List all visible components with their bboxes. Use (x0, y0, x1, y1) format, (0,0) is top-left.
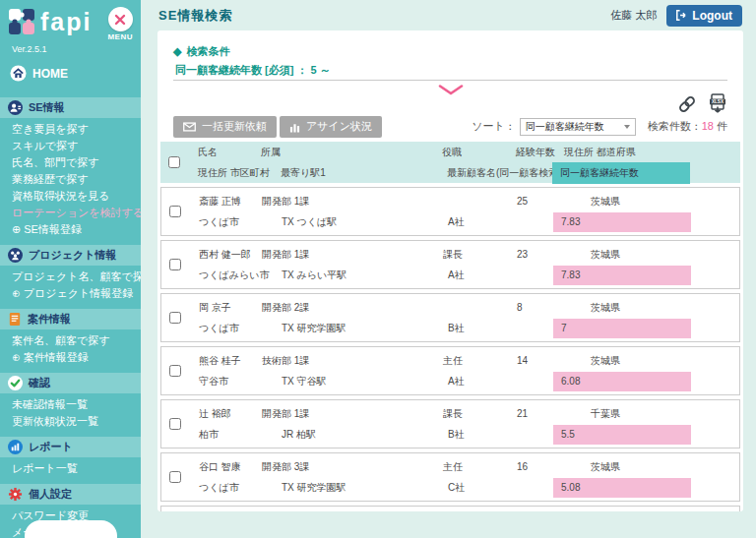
menu-label: MENU (107, 32, 133, 41)
header-city: 現住所 市区町村 (194, 166, 277, 180)
row-years: 23 (513, 249, 587, 260)
app-window: fapi MENU Ver.2.5.1 HOME SE情報空き要員を探すスキルで… (0, 0, 756, 538)
row-checkbox[interactable] (169, 365, 181, 377)
table-row[interactable]: 辻 裕郎開発部 1課課長21千葉県柏市JR 柏駅B社5.5 (160, 399, 740, 448)
sidebar-item[interactable]: 更新依頼状況一覧 (0, 413, 141, 430)
table-row[interactable]: 谷口 智康開発部 3課主任16茨城県つくば市TX 研究学園駅C社5.08 (160, 452, 740, 502)
header-dept: 所属 (257, 146, 438, 159)
sidebar-item[interactable]: ⊕ SE情報登録 (0, 221, 141, 238)
sidebar-section-case-info[interactable]: 案件情報 (0, 309, 141, 329)
sidebar-item[interactable]: 空き要員を探す (0, 121, 141, 138)
caret-down-icon (624, 125, 630, 129)
table-row[interactable]: 斎藤 正博開発部 1課25茨城県つくば市TX つくば駅A社7.83 (160, 187, 740, 236)
row-role: 課長 (439, 248, 513, 262)
sidebar-section-label: 個人設定 (29, 487, 72, 502)
table-row[interactable]: 熊谷 桂子技術部 1課主任14茨城県守谷市TX 守谷駅A社6.08 (160, 346, 740, 395)
sidebar-item[interactable]: ⊕ 案件情報登録 (0, 349, 141, 366)
sidebar-section-report[interactable]: レポート (0, 437, 141, 457)
circle-plus-icon: ⊕ (12, 351, 24, 363)
bulk-update-button[interactable]: 一括更新依頼 (173, 116, 277, 138)
row-role: 主任 (439, 460, 513, 474)
table-row[interactable]: 島田 和貴技術部 1課20茨城県 (160, 506, 740, 511)
result-count-unit: 件 (717, 120, 727, 132)
logout-label: Logout (692, 9, 732, 23)
table-body: 斎藤 正博開発部 1課25茨城県つくば市TX つくば駅A社7.83西村 健一郎開… (160, 187, 740, 511)
sidebar-item[interactable]: 業務経歴で探す (0, 171, 141, 188)
envelope-icon (183, 122, 196, 132)
sidebar-item[interactable]: 氏名、部門で探す (0, 154, 141, 171)
header-cont-years: 同一顧客継続年数 (552, 162, 690, 184)
sidebar-item[interactable]: ローテーションを検討する (0, 205, 141, 221)
row-pref: 茨城県 (587, 460, 739, 474)
row-checkbox[interactable] (169, 418, 181, 430)
toolbar: 一括更新依頼 アサイン状況 ソート： 同一顧客継続年数 検索件数：18 件 (173, 115, 727, 138)
sidebar-bottom-button[interactable] (25, 520, 117, 538)
assign-status-button[interactable]: アサイン状況 (280, 116, 382, 138)
row-checkbox[interactable] (169, 259, 181, 270)
content-panel: ◆ 検索条件 同一顧客継続年数 [必須] ： 5 ～ XLSX (158, 30, 743, 511)
header-client: 最新顧客名(同一顧客検索用) (443, 166, 552, 180)
row-name: 岡 京子 (195, 301, 258, 315)
sidebar-item[interactable]: 未確認情報一覧 (0, 396, 141, 413)
sidebar-section-confirm[interactable]: 確認 (0, 373, 141, 393)
table-row[interactable]: 西村 健一郎開発部 1課課長23茨城県つくばみらい市TX みらい平駅A社7.83 (160, 240, 740, 289)
circle-plus-icon: ⊕ (12, 287, 24, 299)
row-checkbox[interactable] (169, 471, 181, 483)
row-client: A社 (444, 375, 553, 389)
check-icon (8, 376, 23, 390)
row-dept: 開発部 2課 (258, 301, 439, 315)
logout-button[interactable]: Logout (666, 5, 742, 27)
row-checkbox[interactable] (169, 312, 181, 324)
sidebar-item[interactable]: プロジェクト名、顧客で探す (0, 269, 141, 285)
sidebar-section-project-info[interactable]: プロジェクト情報 (0, 245, 141, 266)
sidebar-item[interactable]: ⊕ プロジェクト情報登録 (0, 285, 141, 302)
bulk-update-label: 一括更新依頼 (202, 119, 267, 134)
app-logo[interactable]: fapi (8, 7, 92, 36)
row-dept: 開発部 3課 (258, 460, 439, 474)
chart-icon (8, 440, 23, 454)
header-pref: 現住所 都道府県 (560, 146, 740, 159)
search-conditions-heading: ◆ 検索条件 (173, 44, 727, 58)
table-row[interactable]: 岡 京子開発部 2課8茨城県つくば市TX 研究学園駅B社7 (160, 293, 740, 342)
row-checkbox[interactable] (169, 206, 181, 217)
row-station: TX つくば駅 (278, 215, 444, 229)
row-name: 谷口 智康 (195, 460, 258, 474)
header-name: 氏名 (194, 146, 257, 159)
row-client: C社 (444, 481, 553, 495)
row-name: 辻 裕郎 (195, 407, 258, 421)
sidebar-section-personal-settings[interactable]: 個人設定 (0, 484, 141, 505)
table-header: 氏名 所属 役職 経験年数 現住所 都道府県 現住所 市区町村 最寄り駅1 最新… (160, 142, 740, 183)
header-station: 最寄り駅1 (277, 166, 443, 180)
logo-text: fapi (40, 7, 92, 36)
row-cont-years: 5.5 (553, 425, 691, 445)
row-years: 25 (513, 196, 587, 207)
circle-plus-icon: ⊕ (12, 223, 24, 235)
menu-close-button[interactable]: MENU (107, 7, 133, 41)
row-cont-years: 5.08 (553, 478, 691, 498)
link-icon[interactable] (677, 94, 697, 114)
row-city: 守谷市 (195, 375, 278, 389)
sidebar-item-home[interactable]: HOME (0, 54, 141, 90)
row-name: 斎藤 正博 (195, 195, 258, 209)
row-station: TX 研究学園駅 (278, 322, 444, 335)
row-dept: 技術部 1課 (258, 354, 439, 368)
sort-select[interactable]: 同一顧客継続年数 (520, 118, 636, 136)
expand-conditions-toggle[interactable] (173, 82, 727, 93)
chevron-down-icon (438, 85, 464, 95)
user-name: 佐藤 太郎 (610, 8, 657, 23)
sidebar-item[interactable]: スキルで探す (0, 138, 141, 154)
row-client: B社 (444, 428, 553, 442)
sidebar-item[interactable]: 資格取得状況を見る (0, 188, 141, 205)
sidebar-item[interactable]: レポート一覧 (0, 460, 141, 477)
svg-text:XLSX: XLSX (712, 99, 724, 104)
people-group-icon (8, 248, 23, 263)
row-years: 16 (513, 461, 587, 472)
close-icon (114, 14, 126, 26)
sidebar-section-se-info[interactable]: SE情報 (0, 97, 141, 118)
results-table: 氏名 所属 役職 経験年数 現住所 都道府県 現住所 市区町村 最寄り駅1 最新… (160, 142, 740, 511)
select-all-checkbox[interactable] (168, 156, 180, 168)
row-pref: 茨城県 (587, 195, 739, 209)
sidebar-item[interactable]: 案件名、顧客で探す (0, 332, 141, 349)
row-dept: 開発部 1課 (258, 407, 439, 421)
xlsx-download-icon[interactable]: XLSX (708, 93, 727, 114)
